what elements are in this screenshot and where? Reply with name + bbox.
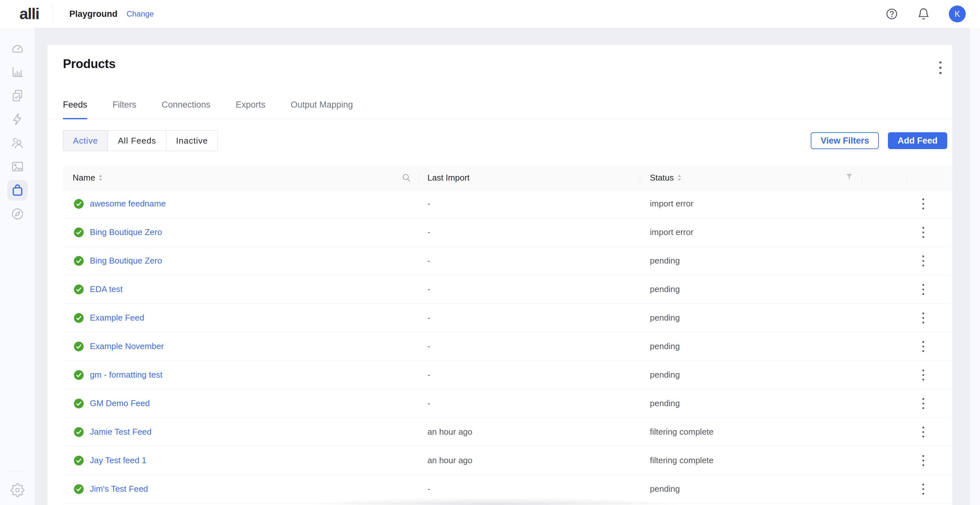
products-bag-icon — [10, 183, 25, 197]
row-menu-kebab-icon[interactable] — [916, 223, 930, 241]
column-header-name[interactable]: Name — [63, 166, 420, 189]
feed-name-link[interactable]: gm - formatting test — [90, 370, 162, 380]
sidebar-item-audiences[interactable] — [5, 131, 29, 155]
table-row[interactable]: Example Feed - pending — [63, 304, 953, 332]
row-menu-kebab-icon[interactable] — [916, 423, 930, 441]
tasks-clipboard-icon — [10, 89, 25, 103]
column-header-status[interactable]: Status — [640, 166, 862, 189]
row-menu-kebab-icon[interactable] — [916, 252, 930, 270]
dashboard-gauge-icon — [10, 41, 25, 56]
sort-carets-icon — [677, 175, 682, 181]
sidebar-item-settings[interactable] — [8, 480, 27, 500]
feed-status: pending — [640, 399, 862, 408]
sort-carets-icon — [98, 175, 103, 181]
feed-name-link[interactable]: Bing Boutique Zero — [90, 256, 162, 266]
row-menu-kebab-icon[interactable] — [916, 366, 930, 384]
sidebar-item-automation[interactable] — [5, 107, 29, 131]
scope-active-button[interactable]: Active — [63, 131, 108, 151]
feed-status: pending — [640, 484, 862, 494]
sidebar-item-dashboard[interactable] — [5, 36, 29, 60]
page-menu-kebab-icon[interactable] — [934, 57, 947, 78]
row-menu-kebab-icon[interactable] — [916, 337, 930, 356]
row-menu-kebab-icon[interactable] — [916, 451, 930, 470]
row-menu-kebab-icon[interactable] — [916, 280, 930, 299]
row-menu-kebab-icon[interactable] — [916, 309, 930, 327]
topbar: alli Playground Change K — [0, 0, 980, 28]
feed-status-check-icon — [73, 255, 84, 267]
last-import-column-label: Last Import — [427, 173, 469, 183]
feed-name-link[interactable]: Example November — [90, 341, 164, 351]
scope-inactive-button[interactable]: Inactive — [166, 131, 218, 151]
feed-status-check-icon — [73, 426, 84, 438]
feed-name-link[interactable]: GM Demo Feed — [90, 399, 150, 408]
help-icon[interactable] — [885, 8, 898, 21]
tab-feeds[interactable]: Feeds — [63, 100, 87, 119]
feed-name-link[interactable]: Jamie Test Feed — [90, 427, 151, 437]
tab-output-mapping[interactable]: Output Mapping — [291, 100, 353, 119]
feeds-table-header: Name Last Import — [63, 166, 953, 190]
table-row[interactable]: Jamie Test Feed an hour ago filtering co… — [63, 418, 953, 446]
table-row[interactable] — [63, 503, 953, 505]
feed-status: pending — [640, 370, 862, 380]
sidebar-item-creative[interactable] — [5, 155, 29, 178]
table-row[interactable]: gm - formatting test - pending — [63, 361, 953, 389]
status-column-label: Status — [650, 173, 674, 183]
tab-filters[interactable]: Filters — [113, 100, 137, 119]
insights-compass-icon — [10, 207, 25, 221]
feeds-toolbar: Active All Feeds Inactive View Filters A… — [47, 130, 953, 151]
feed-name-link[interactable]: Bing Boutique Zero — [90, 227, 162, 237]
feed-name-link[interactable]: Jay Test feed 1 — [90, 456, 146, 465]
sidebar-item-products[interactable] — [5, 178, 29, 202]
row-menu-kebab-icon[interactable] — [916, 195, 930, 213]
user-avatar[interactable]: K — [949, 5, 966, 22]
tab-exports[interactable]: Exports — [236, 100, 266, 119]
tab-connections[interactable]: Connections — [162, 100, 210, 119]
feed-name-link[interactable]: Jim's Test Feed — [90, 484, 148, 494]
change-workspace-link[interactable]: Change — [126, 10, 154, 19]
row-menu-kebab-icon[interactable] — [916, 480, 930, 498]
feed-last-import: - — [420, 341, 640, 351]
table-row[interactable]: GM Demo Feed - pending — [63, 389, 953, 418]
add-feed-button[interactable]: Add Feed — [888, 132, 947, 149]
table-row[interactable]: Bing Boutique Zero - pending — [63, 247, 953, 275]
table-row[interactable]: awesome feedname - import error — [63, 190, 953, 218]
feed-last-import: an hour ago — [420, 427, 640, 437]
feed-last-import: - — [420, 284, 640, 294]
sidebar-item-insights[interactable] — [5, 202, 29, 226]
alli-logo[interactable]: alli — [19, 6, 39, 22]
feed-name-link[interactable]: awesome feedname — [90, 199, 166, 209]
audiences-users-icon — [10, 136, 25, 150]
name-search-icon[interactable] — [401, 173, 411, 183]
table-row[interactable]: Bing Boutique Zero - import error — [63, 218, 953, 247]
view-filters-button[interactable]: View Filters — [811, 132, 879, 149]
feed-last-import: - — [420, 399, 640, 408]
notifications-bell-icon[interactable] — [917, 8, 930, 21]
feed-name-link[interactable]: Example Feed — [90, 313, 144, 323]
column-header-actions — [907, 166, 953, 189]
scrollbar[interactable] — [970, 28, 980, 505]
topbar-divider — [52, 5, 52, 22]
feed-status: pending — [640, 313, 862, 323]
feed-status-check-icon — [73, 483, 84, 495]
row-menu-kebab-icon[interactable] — [916, 394, 930, 413]
page-title: Products — [63, 57, 115, 71]
table-row[interactable]: EDA test - pending — [63, 275, 953, 304]
table-row[interactable]: Example November - pending — [63, 332, 953, 361]
feed-last-import: - — [420, 199, 640, 209]
column-header-last-import: Last Import — [420, 166, 640, 189]
feed-name-link[interactable]: EDA test — [90, 284, 123, 294]
status-filter-funnel-icon[interactable] — [845, 172, 854, 184]
feed-status: pending — [640, 256, 862, 266]
feed-status-check-icon — [73, 369, 84, 381]
table-row[interactable]: Jim's Test Feed - pending — [63, 475, 953, 503]
feed-status: pending — [640, 284, 862, 294]
sidebar-item-analytics[interactable] — [5, 60, 29, 84]
feed-status-check-icon — [73, 198, 84, 210]
scope-all-feeds-button[interactable]: All Feeds — [108, 131, 166, 151]
feed-status: filtering complete — [640, 427, 862, 437]
feed-status: import error — [640, 227, 862, 237]
table-row[interactable]: Jay Test feed 1 an hour ago filtering co… — [63, 446, 953, 475]
feed-last-import: - — [420, 484, 640, 494]
sidebar-item-tasks[interactable] — [5, 84, 29, 107]
feed-last-import: - — [420, 227, 640, 237]
